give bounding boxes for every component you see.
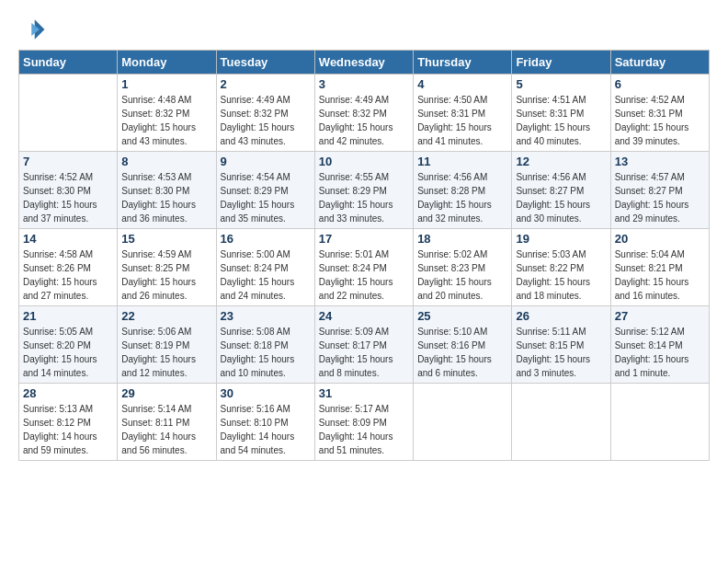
day-number: 6 — [615, 77, 705, 91]
day-number: 19 — [516, 232, 606, 246]
day-number: 4 — [417, 77, 507, 91]
day-cell: 26Sunrise: 5:11 AMSunset: 8:15 PMDayligh… — [512, 306, 610, 384]
day-info: Sunrise: 4:57 AMSunset: 8:27 PMDaylight:… — [615, 170, 705, 225]
day-info: Sunrise: 5:14 AMSunset: 8:11 PMDaylight:… — [121, 402, 211, 457]
day-number: 1 — [121, 77, 211, 91]
day-number: 15 — [121, 232, 211, 246]
day-cell: 23Sunrise: 5:08 AMSunset: 8:18 PMDayligh… — [216, 306, 314, 384]
day-cell: 10Sunrise: 4:55 AMSunset: 8:29 PMDayligh… — [314, 152, 413, 229]
calendar: SundayMondayTuesdayWednesdayThursdayFrid… — [18, 50, 710, 461]
header — [18, 15, 710, 44]
weekday-header-sunday: Sunday — [19, 51, 118, 75]
day-cell: 20Sunrise: 5:04 AMSunset: 8:21 PMDayligh… — [610, 229, 709, 306]
day-cell — [610, 384, 709, 461]
day-cell: 5Sunrise: 4:51 AMSunset: 8:31 PMDaylight… — [512, 75, 610, 152]
weekday-header-tuesday: Tuesday — [216, 51, 314, 75]
day-info: Sunrise: 5:16 AMSunset: 8:10 PMDaylight:… — [221, 402, 311, 457]
weekday-header-wednesday: Wednesday — [314, 51, 413, 75]
day-cell: 30Sunrise: 5:16 AMSunset: 8:10 PMDayligh… — [216, 384, 314, 461]
day-number: 13 — [615, 155, 705, 168]
day-cell: 17Sunrise: 5:01 AMSunset: 8:24 PMDayligh… — [314, 229, 413, 306]
week-row-4: 21Sunrise: 5:05 AMSunset: 8:20 PMDayligh… — [19, 306, 710, 384]
day-info: Sunrise: 5:02 AMSunset: 8:23 PMDaylight:… — [417, 247, 507, 303]
day-info: Sunrise: 4:50 AMSunset: 8:31 PMDaylight:… — [417, 93, 507, 148]
day-info: Sunrise: 5:05 AMSunset: 8:20 PMDaylight:… — [23, 325, 113, 380]
day-info: Sunrise: 4:56 AMSunset: 8:27 PMDaylight:… — [516, 170, 606, 225]
day-info: Sunrise: 5:13 AMSunset: 8:12 PMDaylight:… — [23, 402, 113, 457]
day-cell — [414, 384, 512, 461]
weekday-header-thursday: Thursday — [414, 51, 512, 75]
day-info: Sunrise: 4:59 AMSunset: 8:25 PMDaylight:… — [121, 247, 211, 303]
page: SundayMondayTuesdayWednesdayThursdayFrid… — [0, 0, 728, 563]
day-number: 16 — [221, 232, 311, 246]
day-number: 24 — [319, 309, 409, 323]
day-info: Sunrise: 5:09 AMSunset: 8:17 PMDaylight:… — [319, 325, 409, 380]
day-number: 18 — [417, 232, 507, 246]
day-info: Sunrise: 5:01 AMSunset: 8:24 PMDaylight:… — [319, 247, 409, 303]
day-cell: 2Sunrise: 4:49 AMSunset: 8:32 PMDaylight… — [216, 75, 314, 152]
weekday-header-saturday: Saturday — [610, 51, 709, 75]
weekday-header-row: SundayMondayTuesdayWednesdayThursdayFrid… — [19, 51, 710, 75]
week-row-3: 14Sunrise: 4:58 AMSunset: 8:26 PMDayligh… — [19, 229, 710, 306]
day-cell: 21Sunrise: 5:05 AMSunset: 8:20 PMDayligh… — [19, 306, 118, 384]
day-cell: 13Sunrise: 4:57 AMSunset: 8:27 PMDayligh… — [610, 152, 709, 229]
day-info: Sunrise: 5:10 AMSunset: 8:16 PMDaylight:… — [417, 325, 507, 380]
day-info: Sunrise: 4:53 AMSunset: 8:30 PMDaylight:… — [121, 170, 211, 225]
day-number: 30 — [221, 386, 311, 400]
day-number: 31 — [319, 386, 409, 400]
day-number: 5 — [516, 77, 606, 91]
day-cell — [19, 75, 118, 152]
day-cell: 15Sunrise: 4:59 AMSunset: 8:25 PMDayligh… — [118, 229, 216, 306]
day-cell: 8Sunrise: 4:53 AMSunset: 8:30 PMDaylight… — [118, 152, 216, 229]
day-cell: 27Sunrise: 5:12 AMSunset: 8:14 PMDayligh… — [610, 306, 709, 384]
day-cell: 25Sunrise: 5:10 AMSunset: 8:16 PMDayligh… — [414, 306, 512, 384]
week-row-5: 28Sunrise: 5:13 AMSunset: 8:12 PMDayligh… — [19, 384, 710, 461]
day-number: 3 — [319, 77, 409, 91]
day-cell: 3Sunrise: 4:49 AMSunset: 8:32 PMDaylight… — [314, 75, 413, 152]
week-row-1: 1Sunrise: 4:48 AMSunset: 8:32 PMDaylight… — [19, 75, 710, 152]
day-info: Sunrise: 4:58 AMSunset: 8:26 PMDaylight:… — [23, 247, 113, 303]
day-info: Sunrise: 5:06 AMSunset: 8:19 PMDaylight:… — [121, 325, 211, 380]
day-cell: 28Sunrise: 5:13 AMSunset: 8:12 PMDayligh… — [19, 384, 118, 461]
day-number: 8 — [121, 155, 211, 168]
day-number: 9 — [221, 155, 311, 168]
day-cell: 7Sunrise: 4:52 AMSunset: 8:30 PMDaylight… — [19, 152, 118, 229]
day-number: 27 — [615, 309, 705, 323]
day-cell: 4Sunrise: 4:50 AMSunset: 8:31 PMDaylight… — [414, 75, 512, 152]
logo — [18, 15, 51, 44]
day-info: Sunrise: 4:49 AMSunset: 8:32 PMDaylight:… — [319, 93, 409, 148]
logo-icon — [18, 15, 48, 44]
day-cell: 18Sunrise: 5:02 AMSunset: 8:23 PMDayligh… — [414, 229, 512, 306]
day-info: Sunrise: 5:00 AMSunset: 8:24 PMDaylight:… — [221, 247, 311, 303]
day-cell: 19Sunrise: 5:03 AMSunset: 8:22 PMDayligh… — [512, 229, 610, 306]
day-info: Sunrise: 5:11 AMSunset: 8:15 PMDaylight:… — [516, 325, 606, 380]
day-number: 21 — [23, 309, 113, 323]
day-cell: 29Sunrise: 5:14 AMSunset: 8:11 PMDayligh… — [118, 384, 216, 461]
day-cell: 22Sunrise: 5:06 AMSunset: 8:19 PMDayligh… — [118, 306, 216, 384]
day-info: Sunrise: 4:56 AMSunset: 8:28 PMDaylight:… — [417, 170, 507, 225]
week-row-2: 7Sunrise: 4:52 AMSunset: 8:30 PMDaylight… — [19, 152, 710, 229]
day-number: 29 — [121, 386, 211, 400]
day-number: 2 — [221, 77, 311, 91]
day-number: 7 — [23, 155, 113, 168]
day-info: Sunrise: 4:51 AMSunset: 8:31 PMDaylight:… — [516, 93, 606, 148]
day-cell: 24Sunrise: 5:09 AMSunset: 8:17 PMDayligh… — [314, 306, 413, 384]
day-number: 25 — [417, 309, 507, 323]
day-number: 11 — [417, 155, 507, 168]
day-number: 20 — [615, 232, 705, 246]
day-info: Sunrise: 4:52 AMSunset: 8:30 PMDaylight:… — [23, 170, 113, 225]
day-number: 12 — [516, 155, 606, 168]
day-cell — [512, 384, 610, 461]
day-cell: 1Sunrise: 4:48 AMSunset: 8:32 PMDaylight… — [118, 75, 216, 152]
day-number: 17 — [319, 232, 409, 246]
day-cell: 9Sunrise: 4:54 AMSunset: 8:29 PMDaylight… — [216, 152, 314, 229]
day-cell: 12Sunrise: 4:56 AMSunset: 8:27 PMDayligh… — [512, 152, 610, 229]
day-info: Sunrise: 5:03 AMSunset: 8:22 PMDaylight:… — [516, 247, 606, 303]
day-number: 14 — [23, 232, 113, 246]
day-number: 28 — [23, 386, 113, 400]
day-number: 26 — [516, 309, 606, 323]
day-cell: 31Sunrise: 5:17 AMSunset: 8:09 PMDayligh… — [314, 384, 413, 461]
day-cell: 11Sunrise: 4:56 AMSunset: 8:28 PMDayligh… — [414, 152, 512, 229]
day-info: Sunrise: 4:49 AMSunset: 8:32 PMDaylight:… — [221, 93, 311, 148]
day-info: Sunrise: 4:54 AMSunset: 8:29 PMDaylight:… — [221, 170, 311, 225]
